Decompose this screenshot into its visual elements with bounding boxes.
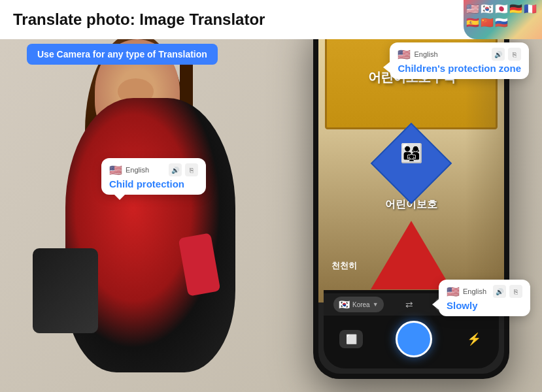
bubble-3-speaker-icon[interactable]: 🔊 <box>493 285 506 298</box>
bubble-child-protection: 🇺🇸 English 🔊 ⎘ Child protection <box>101 158 206 195</box>
feature-badge: Use Camera for any type of Translation <box>27 44 218 65</box>
bubble-2-speaker-icon[interactable]: 🔊 <box>169 163 182 176</box>
bubble-2-flag: 🇺🇸 <box>109 164 122 176</box>
camera-icon: ⬜ <box>346 334 357 344</box>
bubble-1-icons: 🔊 ⎘ <box>492 48 521 61</box>
source-dropdown-arrow: ▼ <box>373 301 379 308</box>
bubble-1-translation: Children's protection zone <box>398 63 521 74</box>
flash-icon: ⚡ <box>467 332 481 346</box>
pedestrian-icon: 👨‍👩‍👧 <box>400 142 423 164</box>
bubble-2-icons: 🔊 ⎘ <box>169 163 198 176</box>
bubble-3-copy-icon[interactable]: ⎘ <box>509 285 522 298</box>
page-header: Translate photo: Image Translator 🇺🇸🇰🇷🇯🇵… <box>0 0 542 39</box>
bubble-slowly: 🇺🇸 English 🔊 ⎘ Slowly <box>439 280 530 316</box>
bubble-children-protection-zone: 🇺🇸 English 🔊 ⎘ Children's protection zon… <box>390 42 529 79</box>
bubble-header-2: 🇺🇸 English 🔊 ⎘ <box>109 163 198 176</box>
camera-controls: ⬜ ⚡ <box>324 316 499 363</box>
bubble-2-translation: Child protection <box>109 178 198 189</box>
bubble-2-copy-icon[interactable]: ⎘ <box>185 163 198 176</box>
bubble-3-language: English <box>463 287 486 295</box>
bubble-3-icons: 🔊 ⎘ <box>493 285 522 298</box>
korean-slow-text: 천천히 <box>331 260 357 272</box>
flash-button[interactable]: ⚡ <box>465 330 483 348</box>
camera-mode-button[interactable]: ⬜ <box>339 330 363 348</box>
bubble-3-flag: 🇺🇸 <box>447 286 460 298</box>
bubble-1-copy-icon[interactable]: ⎘ <box>508 48 521 61</box>
bubble-2-language: English <box>126 166 149 174</box>
bubble-header-1: 🇺🇸 English 🔊 ⎘ <box>398 48 521 61</box>
bubble-1-flag: 🇺🇸 <box>398 48 411 61</box>
bubble-header-3: 🇺🇸 English 🔊 ⎘ <box>447 285 522 298</box>
bubble-1-speaker-icon[interactable]: 🔊 <box>492 48 505 61</box>
capture-button[interactable] <box>396 321 432 357</box>
flags-decoration: 🇺🇸🇰🇷🇯🇵🇩🇪🇫🇷🇪🇸🇨🇳🇷🇺 <box>464 0 542 39</box>
woman-purse <box>33 248 98 333</box>
source-language-button[interactable]: 🇰🇷 Korea ▼ <box>333 297 384 312</box>
source-flag: 🇰🇷 <box>339 299 350 310</box>
swap-language-icon[interactable]: ⇄ <box>405 299 413 310</box>
source-lang-label: Korea <box>352 301 370 308</box>
red-triangle-sign: 천천히 <box>371 221 452 289</box>
page-title: Translate photo: Image Translator <box>13 10 265 29</box>
bubble-1-language: English <box>414 50 437 58</box>
bubble-3-translation: Slowly <box>447 300 522 311</box>
